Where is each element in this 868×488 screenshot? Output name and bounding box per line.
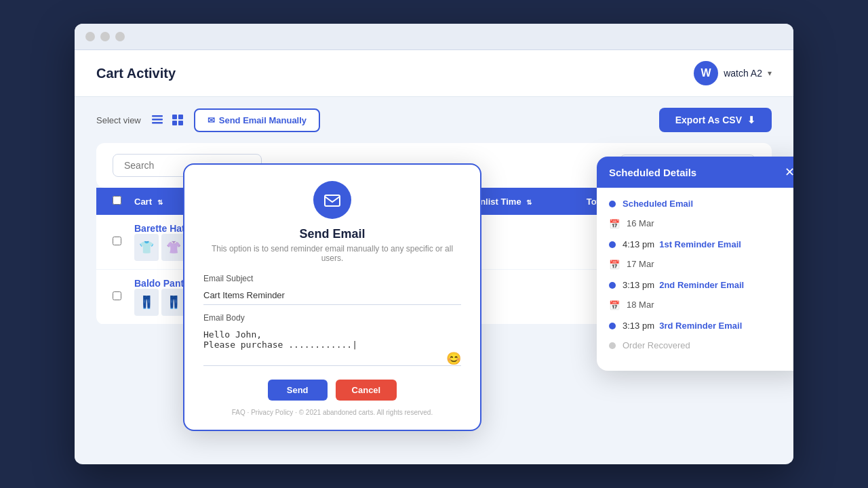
panel-header: Scheduled Details ✕ bbox=[597, 157, 793, 188]
panel-title: Scheduled Details bbox=[609, 167, 696, 178]
svg-rect-2 bbox=[152, 122, 163, 124]
app-container: Cart Activity W watch A2 ▾ Select view bbox=[75, 50, 793, 462]
svg-rect-5 bbox=[172, 121, 177, 125]
reminder-3-time: 3:13 pm 3rd Reminder Email bbox=[623, 321, 742, 331]
timeline-dot bbox=[609, 323, 616, 329]
emoji-button[interactable]: 😊 bbox=[446, 351, 461, 366]
send-button[interactable]: Send bbox=[268, 380, 328, 401]
reminder-1-label: 1st Reminder Email bbox=[659, 239, 741, 249]
avatar: W bbox=[694, 61, 718, 85]
modal-subtitle: This option is to send reminder email ma… bbox=[203, 244, 461, 263]
select-all-checkbox[interactable] bbox=[113, 196, 121, 205]
svg-rect-0 bbox=[152, 115, 163, 117]
select-view-label: Select view bbox=[96, 115, 141, 125]
timeline-dot-gray bbox=[609, 342, 616, 349]
modal-buttons: Send Cancel bbox=[203, 380, 461, 401]
send-email-manually-button[interactable]: ✉ Send Email Manually bbox=[194, 108, 320, 132]
export-csv-button[interactable]: Export As CSV ⬇ bbox=[659, 108, 772, 132]
calendar-icon: 📅 bbox=[609, 219, 620, 230]
email-subject-input[interactable] bbox=[203, 286, 461, 305]
timeline-item-date-3: 📅 18 Mar bbox=[609, 300, 793, 311]
browser-dot-3 bbox=[115, 32, 125, 41]
browser-titlebar bbox=[75, 24, 793, 50]
body-label: Email Body bbox=[203, 313, 461, 323]
toolbar-left: Select view bbox=[96, 108, 320, 132]
product-thumb: 👖 bbox=[134, 289, 159, 316]
toolbar: Select view bbox=[75, 97, 793, 143]
sort-icon-cart[interactable]: ⇅ bbox=[157, 199, 163, 206]
browser-dot-2 bbox=[100, 32, 110, 41]
grid-view-icon[interactable] bbox=[170, 112, 186, 128]
reminder-2-time: 3:13 pm 2nd Reminder Email bbox=[623, 280, 744, 290]
panel-body: Scheduled Email 📅 16 Mar 4:13 pm 1st Rem… bbox=[597, 188, 793, 371]
svg-rect-1 bbox=[152, 119, 163, 121]
timeline-item-reminder-2: 3:13 pm 2nd Reminder Email bbox=[609, 280, 793, 290]
svg-rect-6 bbox=[178, 121, 183, 125]
row-checkbox-1[interactable] bbox=[113, 237, 121, 245]
scheduled-details-panel: Scheduled Details ✕ Scheduled Email 📅 16… bbox=[597, 157, 793, 371]
view-icons bbox=[149, 112, 186, 128]
browser-dot-1 bbox=[85, 32, 95, 41]
product-thumb: 👕 bbox=[134, 234, 159, 261]
cancel-button[interactable]: Cancel bbox=[336, 380, 397, 401]
timeline-dot bbox=[609, 282, 616, 289]
modal-title: Send Email bbox=[203, 227, 461, 241]
email-icon: ✉ bbox=[208, 115, 215, 125]
timeline-item-date-2: 📅 17 Mar bbox=[609, 259, 793, 270]
timeline-item-recovered: Order Recovered bbox=[609, 340, 793, 350]
modal-footer: FAQ · Privacy Policy · © 2021 abandoned … bbox=[203, 409, 461, 416]
main-content: 📅 03/01/2021 - 03/31/2021 Cart ⇅ Contact… bbox=[75, 143, 793, 462]
app-header: Cart Activity W watch A2 ▾ bbox=[75, 50, 793, 97]
svg-rect-4 bbox=[178, 115, 183, 119]
product-thumb: 👚 bbox=[161, 234, 186, 261]
email-body-textarea[interactable] bbox=[203, 325, 461, 366]
username-label: watch A2 bbox=[724, 68, 762, 79]
export-csv-label: Export As CSV bbox=[675, 115, 742, 125]
timeline-item-reminder-1: 4:13 pm 1st Reminder Email bbox=[609, 239, 793, 249]
order-recovered-label: Order Recovered bbox=[623, 340, 690, 350]
calendar-icon: 📅 bbox=[609, 260, 620, 270]
send-email-manually-label: Send Email Manually bbox=[219, 115, 307, 125]
chevron-down-icon[interactable]: ▾ bbox=[768, 68, 772, 78]
modal-email-icon bbox=[313, 181, 351, 219]
header-right: W watch A2 ▾ bbox=[694, 61, 772, 85]
svg-rect-3 bbox=[172, 115, 177, 119]
date-1: 16 Mar bbox=[627, 218, 654, 228]
panel-close-button[interactable]: ✕ bbox=[785, 166, 793, 178]
email-body-container: 😊 bbox=[203, 325, 461, 369]
row-checkbox-2[interactable] bbox=[113, 291, 121, 300]
reminder-2-label: 2nd Reminder Email bbox=[659, 280, 744, 290]
timeline-item-date-1: 📅 16 Mar bbox=[609, 218, 793, 230]
reminder-1-time: 4:13 pm 1st Reminder Email bbox=[623, 239, 741, 249]
product-thumb: 👖 bbox=[161, 289, 186, 316]
scheduled-email-label: Scheduled Email bbox=[623, 199, 693, 209]
download-icon: ⬇ bbox=[747, 115, 755, 125]
send-email-modal: Send Email This option is to send remind… bbox=[183, 163, 481, 431]
subject-label: Email Subject bbox=[203, 274, 461, 283]
timeline-item-reminder-3: 3:13 pm 3rd Reminder Email bbox=[609, 321, 793, 331]
page-title: Cart Activity bbox=[96, 66, 176, 81]
timeline-dot bbox=[609, 201, 616, 207]
list-view-icon[interactable] bbox=[149, 112, 165, 128]
date-2: 17 Mar bbox=[627, 259, 654, 269]
reminder-3-label: 3rd Reminder Email bbox=[659, 321, 742, 331]
calendar-icon: 📅 bbox=[609, 300, 620, 311]
sort-icon-enlist[interactable]: ⇅ bbox=[526, 199, 532, 206]
timeline-dot bbox=[609, 241, 616, 248]
date-3: 18 Mar bbox=[627, 300, 654, 310]
timeline-item-scheduled: Scheduled Email bbox=[609, 199, 793, 209]
